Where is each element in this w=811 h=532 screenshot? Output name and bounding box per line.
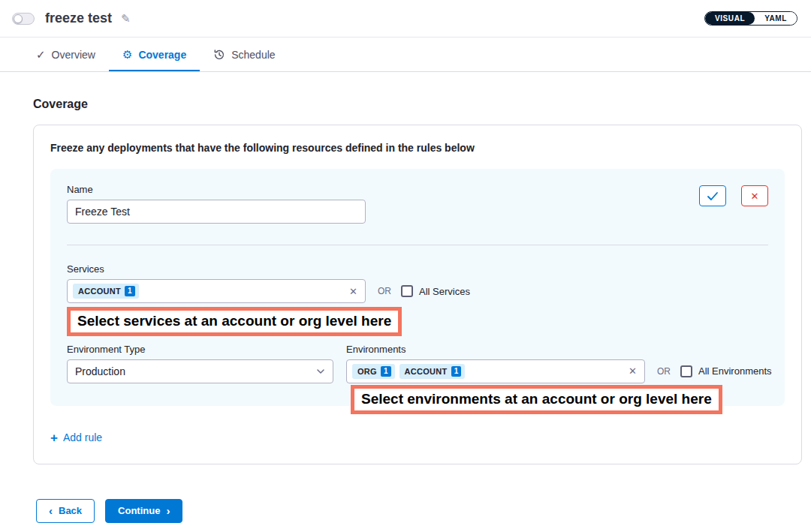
plus-icon: + bbox=[50, 431, 58, 444]
rule-name-input[interactable] bbox=[67, 200, 366, 224]
environments-group: Environments ORG 1 ACCOUNT 1 bbox=[346, 344, 772, 383]
environment-tag-account[interactable]: ACCOUNT 1 bbox=[399, 364, 466, 379]
services-input[interactable]: ACCOUNT 1 ✕ bbox=[67, 279, 366, 303]
back-button-label: Back bbox=[59, 505, 82, 516]
environments-input[interactable]: ORG 1 ACCOUNT 1 ✕ bbox=[346, 359, 645, 383]
back-button[interactable]: ‹ Back bbox=[36, 499, 95, 523]
environment-type-value: Production bbox=[75, 365, 125, 377]
rule-name-field-group: Name bbox=[67, 184, 366, 224]
name-label: Name bbox=[67, 184, 366, 195]
rule-name-row: Name ✕ bbox=[67, 184, 768, 224]
check-icon bbox=[707, 191, 719, 201]
apply-rule-button[interactable] bbox=[699, 185, 726, 206]
continue-button-label: Continue bbox=[118, 505, 160, 516]
footer-actions: ‹ Back Continue › bbox=[36, 499, 802, 523]
all-services-checkbox[interactable] bbox=[401, 285, 413, 297]
gear-icon: ⚙ bbox=[122, 49, 132, 60]
service-tag[interactable]: ACCOUNT 1 bbox=[73, 284, 139, 299]
header: freeze test ✎ VISUAL YAML bbox=[0, 0, 811, 38]
check-icon: ✓ bbox=[36, 49, 46, 60]
chevron-down-icon bbox=[316, 368, 325, 374]
all-environments-checkbox[interactable] bbox=[680, 365, 692, 377]
close-icon: ✕ bbox=[751, 191, 759, 202]
rule-panel: Name ✕ Services A bbox=[50, 169, 785, 406]
chevron-left-icon: ‹ bbox=[49, 505, 53, 516]
add-rule-label: Add rule bbox=[63, 431, 102, 443]
clear-services-icon[interactable]: ✕ bbox=[349, 286, 357, 297]
clear-environments-icon[interactable]: ✕ bbox=[629, 365, 637, 377]
environments-label: Environments bbox=[346, 344, 772, 355]
section-title: Coverage bbox=[33, 98, 802, 111]
annotation-services: Select services at an account or org lev… bbox=[67, 307, 402, 336]
card-description: Freeze any deployments that have the fol… bbox=[50, 142, 785, 154]
environment-type-group: Environment Type Production bbox=[67, 344, 333, 383]
chevron-right-icon: › bbox=[166, 505, 170, 516]
service-tag-label: ACCOUNT bbox=[78, 287, 121, 296]
tab-bar: ✓ Overview ⚙ Coverage Schedule bbox=[0, 38, 811, 72]
annotation-environments: Select environments at an account or org… bbox=[351, 385, 722, 414]
environments-or-label: OR bbox=[657, 366, 671, 377]
edit-title-icon[interactable]: ✎ bbox=[121, 12, 131, 26]
freeze-enabled-toggle[interactable] bbox=[12, 13, 35, 25]
visual-yaml-toggle: VISUAL YAML bbox=[704, 11, 797, 26]
freeze-studio-window: freeze test ✎ VISUAL YAML ✓ Overview ⚙ C… bbox=[0, 0, 811, 532]
services-label: Services bbox=[67, 263, 768, 275]
all-environments-label: All Environments bbox=[698, 365, 772, 377]
environment-tag-org[interactable]: ORG 1 bbox=[352, 364, 395, 379]
tab-overview-label: Overview bbox=[52, 49, 95, 61]
service-tag-count: 1 bbox=[125, 286, 135, 296]
yaml-mode-button[interactable]: YAML bbox=[755, 12, 797, 25]
main-content: Coverage Freeze any deployments that hav… bbox=[0, 72, 811, 523]
tab-coverage-label: Coverage bbox=[138, 49, 186, 61]
services-or-label: OR bbox=[378, 286, 391, 296]
coverage-card: Freeze any deployments that have the fol… bbox=[33, 125, 802, 464]
environment-type-label: Environment Type bbox=[67, 344, 333, 355]
divider bbox=[67, 245, 768, 245]
continue-button[interactable]: Continue › bbox=[105, 499, 182, 523]
environment-tag-org-label: ORG bbox=[357, 367, 377, 376]
toggle-knob bbox=[14, 14, 23, 23]
schedule-icon bbox=[213, 49, 225, 61]
tab-overview[interactable]: ✓ Overview bbox=[23, 38, 109, 71]
visual-mode-button[interactable]: VISUAL bbox=[705, 12, 755, 25]
environment-tag-org-count: 1 bbox=[381, 366, 391, 377]
environments-row-inner: ORG 1 ACCOUNT 1 ✕ OR bbox=[346, 359, 772, 383]
environment-tag-account-count: 1 bbox=[451, 366, 462, 377]
tab-coverage[interactable]: ⚙ Coverage bbox=[109, 38, 200, 71]
environment-row: Environment Type Production Environments… bbox=[67, 344, 768, 383]
rule-actions: ✕ bbox=[699, 185, 768, 206]
services-row: ACCOUNT 1 ✕ OR All Services bbox=[67, 279, 768, 303]
page-title: freeze test bbox=[45, 11, 112, 26]
add-rule-button[interactable]: + Add rule bbox=[50, 431, 102, 444]
tab-schedule-label: Schedule bbox=[231, 49, 275, 61]
delete-rule-button[interactable]: ✕ bbox=[741, 185, 768, 206]
environment-type-select[interactable]: Production bbox=[67, 359, 333, 383]
all-services-label: All Services bbox=[419, 286, 470, 297]
tab-schedule[interactable]: Schedule bbox=[200, 38, 288, 71]
environment-tag-account-label: ACCOUNT bbox=[405, 367, 448, 376]
